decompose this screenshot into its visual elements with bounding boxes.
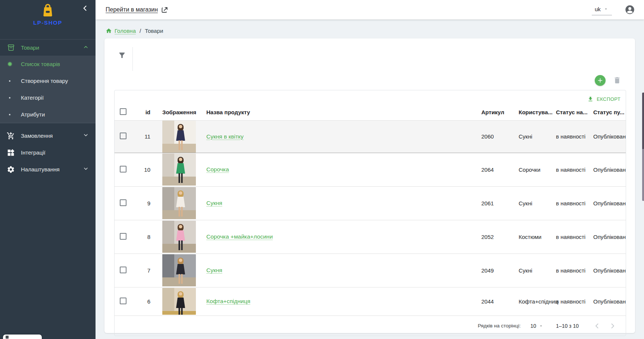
cell-user-category: Сукні	[519, 120, 556, 153]
scrollbar-thumb[interactable]	[642, 93, 644, 201]
chevron-left-icon	[593, 321, 601, 330]
table-row[interactable]: 11 Сукня в квітку 2060 Сукні в наявності…	[115, 120, 626, 153]
cell-stock-status: в наявності	[556, 186, 593, 220]
table-row[interactable]: 7 Сукня 2049 Сукні в наявності Опубліков…	[115, 254, 626, 287]
breadcrumb-home-link[interactable]: Головна	[115, 28, 136, 34]
cell-id: 11	[133, 120, 156, 153]
rows-per-page-select[interactable]: 10	[531, 323, 544, 329]
product-name-link[interactable]: Кофта+спідниця	[206, 298, 250, 304]
prev-page-button[interactable]	[589, 321, 605, 330]
products-card: ЕКСПОРТ id Зображення Назва продукту	[104, 38, 635, 333]
product-name-link[interactable]: Сукня	[206, 267, 222, 273]
row-checkbox[interactable]	[120, 199, 126, 206]
cell-publish-status: Опубліковано	[593, 220, 626, 254]
cell-stock-status: в наявності	[556, 254, 593, 287]
sidebar-item-label: Створення товару	[21, 78, 68, 84]
row-checkbox[interactable]	[120, 298, 126, 304]
sidebar-nav: Товари Список товарів Створення товару К…	[0, 39, 96, 178]
product-photo[interactable]	[162, 187, 196, 219]
caret-down-icon	[604, 7, 608, 11]
products-submenu: Список товарів Створення товару Категорі…	[0, 56, 96, 123]
filter-icon[interactable]	[118, 51, 126, 60]
product-name-link[interactable]: Сорочка +майка+лосини	[206, 233, 273, 240]
store-link[interactable]: Перейти в магазин	[106, 6, 168, 13]
table-row[interactable]: 10 Сорочка 2064 Сорочки в наявності Опуб…	[115, 153, 626, 186]
product-name-link[interactable]: Сукня	[206, 200, 222, 206]
table-row[interactable]: 8 Сорочка +майка+лосини 2052 Костюми в н…	[115, 220, 626, 254]
caret-down-icon	[539, 324, 543, 328]
header-sku: Артикул	[481, 105, 519, 120]
product-name-link[interactable]: Сорочка	[206, 166, 229, 172]
row-checkbox[interactable]	[120, 233, 126, 240]
cell-sku: 2061	[481, 186, 519, 220]
language-select[interactable]: uk	[592, 4, 612, 15]
sidebar-item-product-create[interactable]: Створення товару	[0, 72, 96, 89]
next-page-button[interactable]	[605, 321, 620, 330]
user-menu-button[interactable]	[625, 4, 635, 15]
cell-publish-status: Опубліковано	[593, 254, 626, 287]
header-name: Назва продукту	[200, 105, 481, 120]
product-photo[interactable]	[162, 254, 196, 286]
cell-sku: 2060	[481, 120, 519, 153]
sidebar-item-label: Налаштування	[21, 166, 60, 172]
sidebar-item-label: Товари	[21, 44, 39, 51]
sidebar-item-orders[interactable]: Замовлення	[0, 127, 96, 144]
export-button[interactable]: ЕКСПОРТ	[587, 96, 620, 102]
sidebar-item-product-list[interactable]: Список товарів	[0, 56, 96, 72]
cell-id: 6	[133, 287, 156, 315]
table-header-row: id Зображення Назва продукту Артикул Кор…	[115, 105, 626, 120]
product-photo[interactable]	[162, 288, 196, 315]
sidebar-item-integrations[interactable]: Інтеграції	[0, 144, 96, 161]
external-link-icon	[161, 6, 168, 13]
add-product-button[interactable]	[595, 75, 606, 86]
store-link-label: Перейти в магазин	[106, 6, 158, 13]
widgets-icon	[7, 149, 15, 157]
row-checkbox[interactable]	[120, 166, 126, 172]
peek-icon	[6, 336, 9, 339]
row-checkbox[interactable]	[120, 267, 126, 273]
row-checkbox[interactable]	[120, 133, 126, 139]
header-id: id	[133, 105, 156, 120]
cell-user-category: Сукні	[519, 254, 556, 287]
delete-button[interactable]	[613, 76, 621, 84]
filter-divider	[132, 47, 133, 71]
sidebar-item-label: Замовлення	[21, 133, 53, 139]
cell-sku: 2049	[481, 254, 519, 287]
product-photo[interactable]	[162, 153, 196, 186]
sidebar-collapse-button[interactable]	[80, 3, 90, 15]
products-table: id Зображення Назва продукту Артикул Кор…	[115, 105, 626, 315]
plus-icon	[597, 78, 603, 83]
export-label: ЕКСПОРТ	[597, 96, 620, 102]
header-image: Зображення	[156, 105, 200, 120]
sidebar-item-settings[interactable]: Налаштування	[0, 161, 96, 178]
cell-user-category: Костюми	[519, 220, 556, 254]
cell-sku: 2064	[481, 153, 519, 186]
select-all-checkbox[interactable]	[120, 108, 126, 115]
cell-id: 10	[133, 153, 156, 186]
table-row[interactable]: 6 Кофта+спідниця 2044 Кофта+спідниц в на…	[115, 287, 626, 315]
cell-stock-status: в наявності	[556, 220, 593, 254]
actions-row	[104, 71, 635, 90]
bottom-peek-panel[interactable]	[3, 335, 42, 339]
cell-id: 9	[133, 186, 156, 220]
pagination-range: 1–10 з 10	[556, 323, 579, 329]
rows-per-page-value: 10	[531, 323, 537, 329]
product-name-link[interactable]: Сукня в квітку	[206, 133, 244, 140]
sidebar-item-products[interactable]: Товари	[0, 39, 96, 56]
sidebar-item-label: Інтеграції	[21, 149, 46, 156]
table-row[interactable]: 9 Сукня 2061 Сукні в наявності Опубліков…	[115, 186, 626, 220]
cell-publish-status: Опубліковано	[593, 153, 626, 186]
filter-bar	[104, 38, 635, 71]
home-icon	[106, 28, 112, 34]
sidebar-item-attributes[interactable]: Атрибути	[0, 106, 96, 123]
cell-stock-status: в наявності	[556, 153, 593, 186]
product-photo[interactable]	[162, 121, 196, 153]
export-row: ЕКСПОРТ	[115, 90, 626, 105]
sidebar-item-categories[interactable]: Категорії	[0, 89, 96, 106]
cell-id: 8	[133, 220, 156, 254]
rows-per-page-label: Рядків на сторінці:	[478, 323, 520, 329]
cell-id: 7	[133, 254, 156, 287]
chevron-down-icon	[83, 166, 89, 173]
chevron-up-icon	[83, 44, 89, 52]
product-photo[interactable]	[162, 221, 196, 253]
